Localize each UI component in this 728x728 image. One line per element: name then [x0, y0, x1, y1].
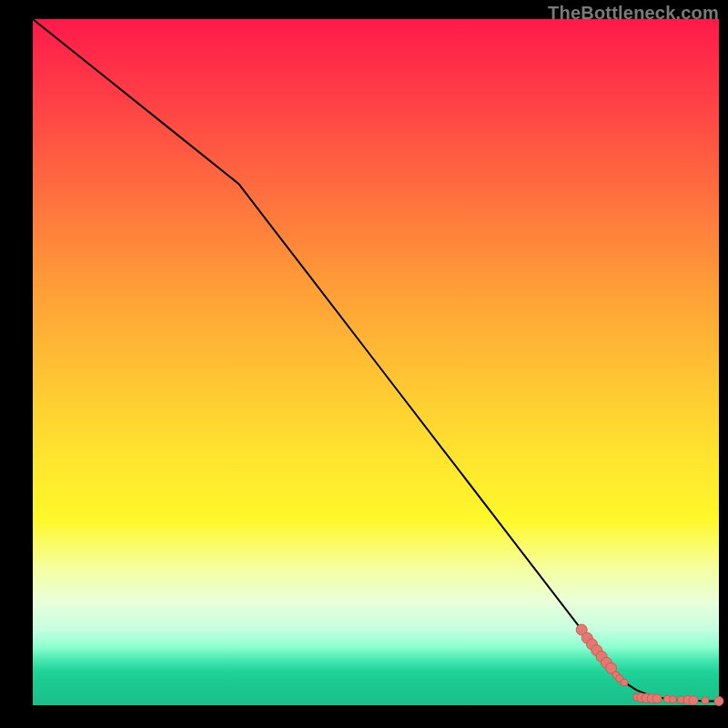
data-point [714, 696, 723, 705]
data-point [621, 679, 628, 686]
data-point [689, 696, 698, 705]
chart-overlay [33, 19, 719, 705]
data-point [669, 696, 676, 703]
dot-layer [576, 624, 723, 705]
data-point [702, 697, 709, 704]
chart-frame: TheBottleneck.com [0, 0, 728, 728]
plot-area [33, 19, 719, 705]
data-point [652, 694, 662, 703]
bottleneck-curve [33, 19, 719, 701]
